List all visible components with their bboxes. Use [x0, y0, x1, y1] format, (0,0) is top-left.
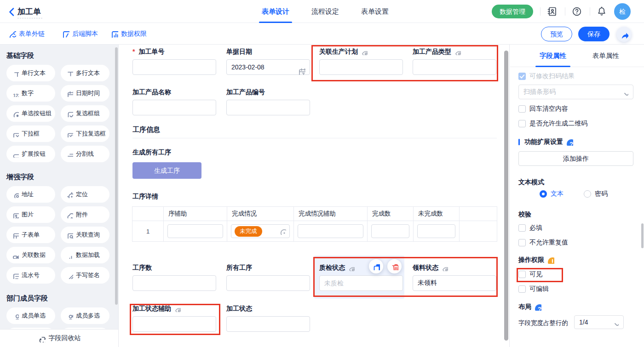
required-checkbox[interactable] — [518, 224, 526, 232]
data-manage-button[interactable]: 数据管理 — [492, 5, 533, 18]
tab-flow-setting[interactable]: 流程设定 — [309, 0, 342, 23]
qc-status-input[interactable] — [319, 275, 403, 291]
field-product-type[interactable]: 加工产品类型 — [413, 47, 496, 75]
product-name-input[interactable] — [132, 100, 216, 115]
generate-process-button[interactable]: 生成工序 — [132, 162, 201, 179]
required-row: 必填 — [518, 224, 542, 232]
sidebar-item-dropdown-multi[interactable]: 下拉复选框 — [61, 125, 109, 142]
field-product-name[interactable]: 加工产品名称 — [132, 88, 216, 115]
sidebar-item-data-load[interactable]: 数据加载 — [61, 247, 109, 263]
no-repeat-checkbox[interactable] — [518, 239, 526, 246]
text-mode-radio[interactable] — [540, 190, 547, 198]
back-icon[interactable] — [6, 6, 17, 17]
sidebar-item-related-data[interactable]: 关联数据 — [6, 247, 55, 263]
field-proc-status[interactable]: 加工状态 — [226, 304, 310, 332]
copy-field-button[interactable] — [369, 259, 383, 273]
no-repeat-row: 不允许重复值 — [518, 239, 568, 247]
save-button[interactable]: 保存 — [578, 27, 610, 41]
share-button[interactable] — [616, 27, 632, 42]
field-order-no[interactable]: *加工单号 — [132, 47, 216, 75]
scan-mode-select[interactable]: 扫描条形码 — [518, 85, 633, 99]
select-circle-icon[interactable] — [279, 228, 286, 235]
sidebar-item-location[interactable]: 定位 — [61, 186, 109, 203]
complete-count-input[interactable] — [371, 224, 409, 238]
clear-on-enter-checkbox[interactable] — [518, 105, 526, 113]
field-plan-link[interactable]: 关联生产计划 — [319, 47, 403, 75]
sidebar-item-related-query[interactable]: 关联查询 — [61, 227, 109, 243]
tab-form-setting[interactable]: 表单设置 — [358, 0, 391, 23]
field-order-date[interactable]: 单据日期 — [226, 47, 310, 75]
panel-scrollbar[interactable] — [641, 223, 644, 248]
field-status-aux[interactable]: 加工状态辅助 — [132, 304, 216, 332]
title-edit-underline — [17, 18, 42, 18]
tab-form-properties[interactable]: 表单属性 — [587, 45, 624, 67]
eye-off-icon — [454, 48, 461, 55]
help-filled-icon[interactable] — [566, 138, 573, 146]
width-select[interactable]: 1/4 — [574, 315, 624, 329]
sidebar-item-divider[interactable]: 分割线 — [61, 146, 109, 162]
field-recycle-bin[interactable]: 字段回收站 — [0, 329, 118, 347]
product-no-input[interactable] — [226, 100, 310, 115]
product-type-input[interactable] — [413, 59, 496, 75]
warning-filled-icon[interactable] — [547, 256, 554, 264]
complete-status-cell[interactable]: 未完成 — [231, 224, 290, 238]
notification-bell-icon[interactable] — [596, 6, 607, 17]
sidebar-item-subform[interactable]: 子表单 — [6, 227, 55, 243]
all-proc-input[interactable] — [226, 275, 310, 291]
sidebar-item-number[interactable]: 数字 — [6, 85, 55, 102]
proc-status-input[interactable] — [226, 316, 310, 332]
editable-row: 可编辑 — [518, 285, 549, 293]
field-all-proc[interactable]: 所有工序 — [226, 263, 310, 291]
user-avatar[interactable]: 检 — [614, 3, 631, 20]
sidebar-item-member-multi[interactable]: 成员多选 — [61, 307, 109, 324]
incomplete-count-input[interactable] — [417, 224, 455, 238]
sidebar-item-multi-text[interactable]: 多行文本 — [61, 65, 109, 81]
data-permission-link[interactable]: 数据权限 — [110, 23, 147, 45]
sidebar-item-serial-number[interactable]: 流水号 — [6, 267, 55, 284]
material-status-input[interactable] — [413, 275, 496, 291]
allow-qrcode-checkbox[interactable] — [518, 120, 526, 127]
field-product-no[interactable]: 加工产品编号 — [226, 88, 310, 115]
help-filled-icon[interactable] — [534, 303, 541, 311]
canvas-scrollbar[interactable] — [504, 51, 508, 341]
editable-checkbox[interactable] — [518, 285, 526, 293]
sidebar-item-single-text[interactable]: 单行文本 — [6, 65, 55, 81]
add-action-button[interactable]: 添加操作 — [518, 151, 633, 166]
preview-button[interactable]: 预览 — [541, 27, 572, 41]
plan-link-input[interactable] — [319, 59, 403, 75]
tab-field-properties[interactable]: 字段属性 — [535, 45, 571, 67]
sidebar-item-radio-group[interactable]: 单选按钮组 — [6, 105, 55, 122]
complete-aux-input[interactable] — [298, 224, 363, 238]
form-external-link[interactable]: 表单外链 — [8, 23, 45, 45]
share-arrow-icon — [620, 30, 628, 39]
radio-text-option: 文本 — [540, 190, 564, 198]
sidebar-item-member-single[interactable]: 成员单选 — [6, 307, 55, 324]
sidebar-item-extend-button[interactable]: 扩展按钮 — [6, 146, 55, 162]
aux-input[interactable] — [167, 224, 223, 238]
sidebar-item-datetime[interactable]: 日期时间 — [61, 85, 109, 102]
field-label: 领料状态 — [413, 263, 496, 272]
chain-icon — [12, 252, 19, 259]
sidebar-item-address[interactable]: 地址 — [6, 186, 55, 203]
password-mode-radio[interactable] — [584, 190, 591, 198]
sidebar-item-dropdown[interactable]: 下拉框 — [6, 125, 55, 142]
order-no-input[interactable] — [132, 59, 216, 75]
backend-script-link[interactable]: 后端脚本 — [62, 23, 98, 45]
scan-editable-checkbox[interactable] — [518, 73, 526, 80]
sidebar-item-signature[interactable]: 手写签名 — [61, 267, 109, 284]
tab-form-design[interactable]: 表单设计 — [259, 0, 292, 23]
help-icon[interactable] — [571, 6, 582, 17]
field-proc-count[interactable]: 工序数 — [132, 263, 216, 291]
visible-checkbox[interactable] — [518, 271, 526, 278]
sidebar-item-attachment[interactable]: 附件 — [61, 206, 109, 223]
sidebar-item-checkbox-group[interactable]: 复选框组 — [61, 105, 109, 122]
serial-icon — [12, 272, 19, 279]
col-header-complete-count: 完成数 — [368, 207, 414, 221]
status-aux-input[interactable] — [132, 316, 216, 332]
address-book-icon[interactable] — [546, 6, 558, 17]
delete-field-button[interactable] — [387, 259, 402, 273]
sidebar-scrollbar[interactable] — [115, 47, 118, 305]
sidebar-item-image[interactable]: 图片 — [6, 206, 55, 223]
proc-count-input[interactable] — [132, 275, 216, 291]
field-material-status[interactable]: 领料状态 — [413, 263, 496, 291]
